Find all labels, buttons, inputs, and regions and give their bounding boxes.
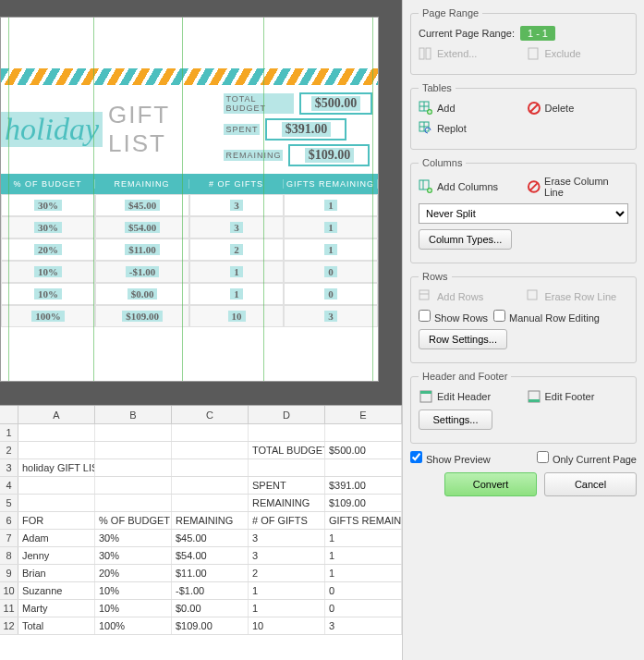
preview-row: 10%$0.0010 [1,283,378,305]
preview-row: 10%-$1.0010 [1,261,378,283]
spreadsheet-row[interactable]: 3holiday GIFT LIST [0,459,402,477]
svg-rect-27 [529,399,540,402]
columns-group: Columns Add Columns Erase Column Line Ne… [410,157,637,263]
erase-column-button[interactable]: Erase Column Line [527,176,629,198]
exclude-icon [527,46,541,61]
add-table-button[interactable]: Add [419,101,521,116]
svg-rect-0 [419,48,424,59]
svg-rect-1 [426,48,431,59]
page-range-group: Page Range Current Page Range: 1 - 1 Ext… [410,7,637,75]
decorative-stripes [1,68,378,85]
erase-row-icon [527,289,541,304]
current-page-range-label: Current Page Range: [419,28,515,39]
spreadsheet-row[interactable]: 8Jenny30%$54.0031 [0,547,402,565]
cancel-button[interactable]: Cancel [544,472,637,496]
delete-table-icon [527,101,541,116]
spreadsheet-row[interactable]: 1 [0,424,402,442]
preview-row: 30%$45.0031 [1,194,378,216]
spreadsheet-row[interactable]: 10Suzanne10%-$1.0010 [0,582,402,600]
extend-button[interactable]: Extend... [419,46,521,61]
row-settings-button[interactable]: Row Settings... [419,329,507,349]
add-rows-button[interactable]: Add Rows [419,289,521,304]
manual-row-checkbox[interactable]: Manual Row Editing [493,310,600,324]
add-columns-icon [419,179,433,194]
rows-group: Rows Add Rows Erase Row Line Show Rows M… [410,271,637,363]
svg-line-10 [530,104,538,112]
preview-row: 100%$109.00103 [1,305,378,327]
preview-table-header: % OF BUDGETREMAINING# OF GIFTSGIFTS REMA… [1,174,378,194]
add-rows-icon [419,289,433,304]
erase-column-icon [527,179,541,194]
convert-button[interactable]: Convert [444,472,537,496]
replot-icon [419,121,433,136]
header-footer-group: Header and Footer Edit Header Edit Foote… [410,371,637,444]
add-table-icon [419,101,433,116]
column-types-button[interactable]: Column Types... [419,229,512,250]
erase-row-button[interactable]: Erase Row Line [527,289,629,304]
show-preview-checkbox[interactable]: Show Preview [410,451,491,465]
spreadsheet-row[interactable]: 12Total100%$109.00103 [0,617,402,635]
svg-rect-25 [420,391,431,394]
preview-row: 30%$54.0031 [1,216,378,238]
budget-summary: TOTAL BUDGET$500.00 SPENT$391.00 REMAINI… [224,92,372,166]
document-preview: holiday GIFT LIST TOTAL BUDGET$500.00 SP… [0,0,402,405]
svg-line-20 [529,183,537,190]
preview-row: 20%$11.0021 [1,238,378,261]
title-caps: GIFT LIST [108,101,224,158]
replot-button[interactable]: Replot [419,121,628,136]
svg-rect-21 [419,290,429,299]
header-icon [419,389,433,404]
extend-icon [419,46,433,61]
current-page-range-value: 1 - 1 [520,26,555,41]
header-footer-settings-button[interactable]: Settings... [419,409,492,430]
footer-icon [527,389,541,404]
add-columns-button[interactable]: Add Columns [419,179,521,194]
spreadsheet-row[interactable]: 5REMAINING$109.00 [0,495,402,512]
edit-footer-button[interactable]: Edit Footer [527,389,629,404]
spreadsheet-row[interactable]: 2TOTAL BUDGET$500.00 [0,442,402,459]
delete-table-button[interactable]: Delete [527,101,629,116]
spreadsheet-row[interactable]: 9Brian20%$11.0021 [0,565,402,582]
only-current-page-checkbox[interactable]: Only Current Page [537,451,637,465]
show-rows-checkbox[interactable]: Show Rows [419,310,488,324]
title-script: holiday [1,112,103,147]
spreadsheet-preview: A B C D E 12TOTAL BUDGET$500.003holiday … [0,405,402,660]
spreadsheet-row[interactable]: 4SPENT$391.00 [0,477,402,495]
tables-group: Tables Add Delete Replot [410,82,637,150]
svg-rect-14 [419,180,429,189]
spreadsheet-row[interactable]: 7Adam30%$45.0031 [0,530,402,547]
spreadsheet-row[interactable]: 11Marty10%$0.0010 [0,600,402,617]
svg-rect-23 [528,290,537,299]
side-panel: Page Range Current Page Range: 1 - 1 Ext… [402,0,644,660]
svg-rect-2 [529,48,538,59]
split-select[interactable]: Never Split [419,203,628,224]
exclude-button[interactable]: Exclude [527,46,629,61]
spreadsheet-row[interactable]: 6FOR% OF BUDGETREMAINING# OF GIFTSGIFTS … [0,512,402,530]
spreadsheet-column-headers: A B C D E [0,406,402,424]
edit-header-button[interactable]: Edit Header [419,389,521,404]
